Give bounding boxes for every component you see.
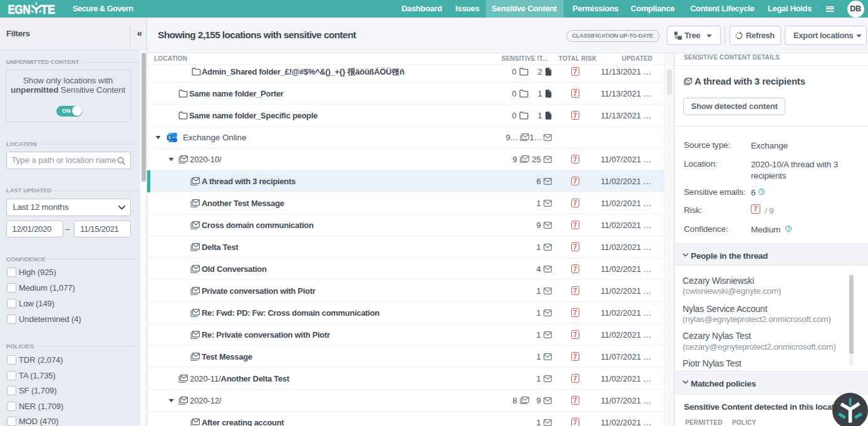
svg-text:TE: TE bbox=[41, 3, 55, 16]
svg-text:?: ? bbox=[760, 190, 763, 194]
svg-text:?: ? bbox=[787, 226, 790, 231]
svg-text:EGN: EGN bbox=[8, 3, 30, 16]
